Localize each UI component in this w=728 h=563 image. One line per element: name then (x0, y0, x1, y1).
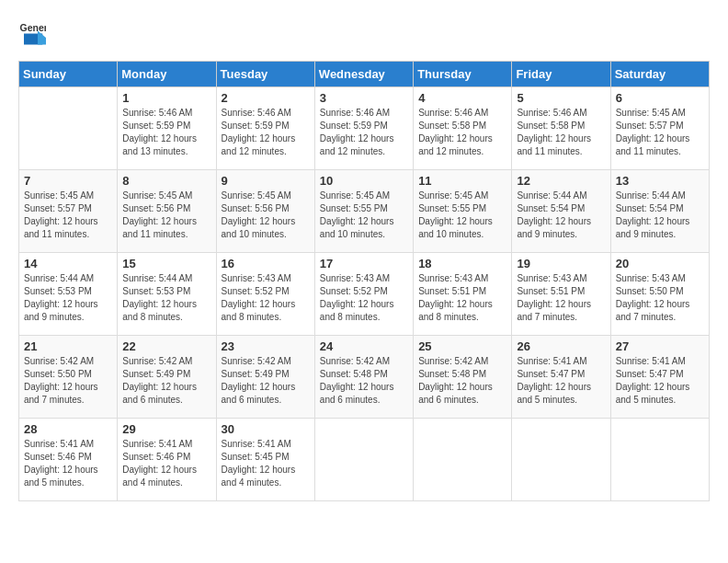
day-detail: Sunrise: 5:43 AM Sunset: 5:52 PM Dayligh… (222, 272, 310, 324)
day-number: 16 (222, 257, 310, 270)
day-header-friday: Friday (512, 62, 610, 87)
day-number: 29 (122, 422, 210, 436)
calendar-cell (414, 419, 512, 501)
calendar-cell: 24Sunrise: 5:42 AM Sunset: 5:48 PM Dayli… (314, 336, 413, 419)
calendar-cell: 26Sunrise: 5:41 AM Sunset: 5:47 PM Dayli… (512, 336, 610, 419)
day-detail: Sunrise: 5:42 AM Sunset: 5:48 PM Dayligh… (418, 355, 506, 407)
day-detail: Sunrise: 5:42 AM Sunset: 5:48 PM Dayligh… (320, 355, 408, 407)
day-number: 25 (418, 339, 506, 353)
day-header-sunday: Sunday (19, 62, 118, 87)
calendar-cell: 4Sunrise: 5:46 AM Sunset: 5:58 PM Daylig… (414, 87, 512, 170)
calendar-cell (512, 419, 610, 501)
calendar-table: SundayMondayTuesdayWednesdayThursdayFrid… (18, 61, 710, 501)
day-number: 27 (616, 339, 704, 353)
day-detail: Sunrise: 5:42 AM Sunset: 5:49 PM Dayligh… (222, 355, 310, 407)
logo-icon: General (18, 18, 46, 46)
day-number: 18 (418, 257, 506, 270)
day-detail: Sunrise: 5:45 AM Sunset: 5:55 PM Dayligh… (320, 190, 408, 241)
day-number: 14 (24, 257, 112, 270)
day-detail: Sunrise: 5:41 AM Sunset: 5:46 PM Dayligh… (122, 438, 210, 489)
svg-marker-2 (38, 31, 46, 45)
day-detail: Sunrise: 5:44 AM Sunset: 5:54 PM Dayligh… (616, 190, 704, 241)
calendar-cell: 10Sunrise: 5:45 AM Sunset: 5:55 PM Dayli… (314, 170, 413, 253)
day-number: 12 (517, 174, 605, 188)
calendar-week-row: 1Sunrise: 5:46 AM Sunset: 5:59 PM Daylig… (19, 87, 710, 170)
calendar-cell: 16Sunrise: 5:43 AM Sunset: 5:52 PM Dayli… (216, 253, 314, 336)
calendar-cell: 17Sunrise: 5:43 AM Sunset: 5:52 PM Dayli… (314, 253, 413, 336)
day-number: 13 (616, 174, 704, 188)
day-detail: Sunrise: 5:45 AM Sunset: 5:57 PM Dayligh… (24, 190, 112, 241)
day-header-wednesday: Wednesday (314, 62, 413, 87)
day-number: 17 (320, 257, 408, 270)
day-detail: Sunrise: 5:44 AM Sunset: 5:54 PM Dayligh… (517, 190, 605, 241)
calendar-week-row: 28Sunrise: 5:41 AM Sunset: 5:46 PM Dayli… (19, 419, 710, 501)
calendar-cell (610, 419, 709, 501)
logo: General (18, 18, 50, 46)
day-detail: Sunrise: 5:46 AM Sunset: 5:58 PM Dayligh… (418, 107, 506, 158)
calendar-header-row: SundayMondayTuesdayWednesdayThursdayFrid… (19, 62, 710, 87)
calendar-cell: 30Sunrise: 5:41 AM Sunset: 5:45 PM Dayli… (216, 419, 314, 501)
calendar-cell: 11Sunrise: 5:45 AM Sunset: 5:55 PM Dayli… (414, 170, 512, 253)
day-detail: Sunrise: 5:43 AM Sunset: 5:52 PM Dayligh… (320, 272, 408, 324)
day-number: 22 (122, 339, 210, 353)
calendar-cell: 22Sunrise: 5:42 AM Sunset: 5:49 PM Dayli… (118, 336, 216, 419)
calendar-cell (314, 419, 413, 501)
day-detail: Sunrise: 5:43 AM Sunset: 5:51 PM Dayligh… (418, 272, 506, 324)
day-number: 21 (24, 339, 112, 353)
day-header-tuesday: Tuesday (216, 62, 314, 87)
calendar-cell: 18Sunrise: 5:43 AM Sunset: 5:51 PM Dayli… (414, 253, 512, 336)
day-detail: Sunrise: 5:42 AM Sunset: 5:50 PM Dayligh… (24, 355, 112, 407)
calendar-cell: 9Sunrise: 5:45 AM Sunset: 5:56 PM Daylig… (216, 170, 314, 253)
calendar-cell: 15Sunrise: 5:44 AM Sunset: 5:53 PM Dayli… (118, 253, 216, 336)
day-detail: Sunrise: 5:44 AM Sunset: 5:53 PM Dayligh… (24, 272, 112, 324)
calendar-cell: 14Sunrise: 5:44 AM Sunset: 5:53 PM Dayli… (19, 253, 118, 336)
day-number: 19 (517, 257, 605, 270)
day-detail: Sunrise: 5:43 AM Sunset: 5:50 PM Dayligh… (616, 272, 704, 324)
day-detail: Sunrise: 5:41 AM Sunset: 5:45 PM Dayligh… (222, 438, 310, 489)
day-detail: Sunrise: 5:46 AM Sunset: 5:59 PM Dayligh… (222, 107, 310, 158)
calendar-cell: 13Sunrise: 5:44 AM Sunset: 5:54 PM Dayli… (610, 170, 709, 253)
day-detail: Sunrise: 5:46 AM Sunset: 5:59 PM Dayligh… (122, 107, 210, 158)
calendar-cell: 29Sunrise: 5:41 AM Sunset: 5:46 PM Dayli… (118, 419, 216, 501)
calendar-cell: 19Sunrise: 5:43 AM Sunset: 5:51 PM Dayli… (512, 253, 610, 336)
day-header-monday: Monday (118, 62, 216, 87)
svg-text:General: General (20, 22, 47, 33)
calendar-week-row: 7Sunrise: 5:45 AM Sunset: 5:57 PM Daylig… (19, 170, 710, 253)
day-number: 26 (517, 339, 605, 353)
day-detail: Sunrise: 5:44 AM Sunset: 5:53 PM Dayligh… (122, 272, 210, 324)
calendar-cell: 20Sunrise: 5:43 AM Sunset: 5:50 PM Dayli… (610, 253, 709, 336)
day-number: 20 (616, 257, 704, 270)
day-detail: Sunrise: 5:45 AM Sunset: 5:55 PM Dayligh… (418, 190, 506, 241)
calendar-cell (19, 87, 118, 170)
page-header: General (18, 18, 710, 46)
day-number: 7 (24, 174, 112, 188)
day-number: 9 (222, 174, 310, 188)
day-number: 28 (24, 422, 112, 436)
day-number: 5 (517, 91, 605, 105)
calendar-cell: 1Sunrise: 5:46 AM Sunset: 5:59 PM Daylig… (118, 87, 216, 170)
day-number: 1 (122, 91, 210, 105)
day-header-thursday: Thursday (414, 62, 512, 87)
day-number: 8 (122, 174, 210, 188)
calendar-cell: 2Sunrise: 5:46 AM Sunset: 5:59 PM Daylig… (216, 87, 314, 170)
day-detail: Sunrise: 5:41 AM Sunset: 5:47 PM Dayligh… (616, 355, 704, 407)
calendar-cell: 12Sunrise: 5:44 AM Sunset: 5:54 PM Dayli… (512, 170, 610, 253)
day-detail: Sunrise: 5:46 AM Sunset: 5:59 PM Dayligh… (320, 107, 408, 158)
calendar-cell: 25Sunrise: 5:42 AM Sunset: 5:48 PM Dayli… (414, 336, 512, 419)
day-detail: Sunrise: 5:45 AM Sunset: 5:57 PM Dayligh… (616, 107, 704, 158)
day-number: 11 (418, 174, 506, 188)
calendar-body: 1Sunrise: 5:46 AM Sunset: 5:59 PM Daylig… (19, 87, 710, 501)
day-detail: Sunrise: 5:42 AM Sunset: 5:49 PM Dayligh… (122, 355, 210, 407)
day-number: 2 (222, 91, 310, 105)
day-number: 30 (222, 422, 310, 436)
calendar-week-row: 14Sunrise: 5:44 AM Sunset: 5:53 PM Dayli… (19, 253, 710, 336)
calendar-cell: 23Sunrise: 5:42 AM Sunset: 5:49 PM Dayli… (216, 336, 314, 419)
day-detail: Sunrise: 5:41 AM Sunset: 5:47 PM Dayligh… (517, 355, 605, 407)
calendar-cell: 21Sunrise: 5:42 AM Sunset: 5:50 PM Dayli… (19, 336, 118, 419)
calendar-cell: 8Sunrise: 5:45 AM Sunset: 5:56 PM Daylig… (118, 170, 216, 253)
day-number: 3 (320, 91, 408, 105)
day-header-saturday: Saturday (610, 62, 709, 87)
day-detail: Sunrise: 5:45 AM Sunset: 5:56 PM Dayligh… (122, 190, 210, 241)
calendar-cell: 27Sunrise: 5:41 AM Sunset: 5:47 PM Dayli… (610, 336, 709, 419)
day-detail: Sunrise: 5:43 AM Sunset: 5:51 PM Dayligh… (517, 272, 605, 324)
